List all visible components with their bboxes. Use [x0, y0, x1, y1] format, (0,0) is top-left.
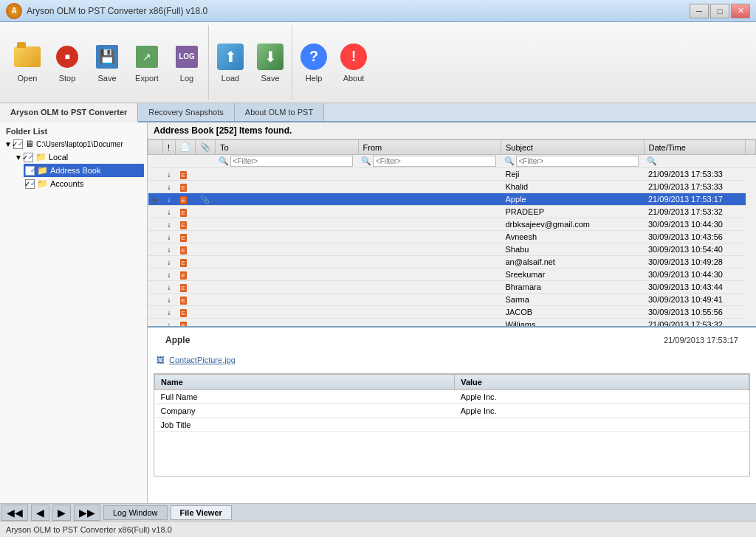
row-to: [216, 256, 359, 268]
row-attach: [196, 306, 216, 319]
table-row[interactable]: ▶ ↓ E 📎 Apple 21/09/2013 17:53:17: [148, 193, 756, 206]
folder-open-icon: [13, 43, 41, 71]
row-subject: Sreekumar: [501, 268, 645, 281]
open-button[interactable]: Open: [9, 31, 46, 94]
col-from[interactable]: From: [358, 140, 501, 155]
row-datetime: 30/09/2013 10:43:44: [644, 281, 746, 294]
nav-next-button[interactable]: ▶: [52, 505, 71, 521]
table-row[interactable]: ↓ E PRADEEP 21/09/2013 17:53:32: [148, 206, 756, 218]
save2-button[interactable]: ⬇ Save: [252, 31, 289, 94]
preview-sender: Apple: [157, 330, 199, 350]
table-row[interactable]: ↓ E Bhramara 30/09/2013 10:43:44: [148, 281, 756, 294]
col-subject[interactable]: Subject: [501, 140, 645, 155]
email-list-header: Address Book [252] Items found.: [148, 122, 756, 139]
table-row[interactable]: ↓ E Reji 21/09/2013 17:53:33: [148, 168, 756, 181]
preview-attachment-area: 🖼 ContactPicture.jpg: [148, 350, 756, 370]
tree-label-root: C:\Users\laptop1\Documer: [36, 140, 123, 148]
title-bar: A Aryson OLM to PST Converter x86(Full) …: [0, 0, 756, 22]
tree-checkbox-accounts[interactable]: ✓: [25, 179, 35, 189]
row-arrow: [148, 319, 163, 327]
col-flag[interactable]: !: [163, 140, 176, 155]
contact-row: Job Title: [155, 418, 749, 432]
table-row[interactable]: ↓ E Williams 21/09/2013 17:53:32: [148, 319, 756, 327]
save2-label: Save: [261, 74, 279, 83]
row-subject: Bhramara: [501, 281, 645, 294]
about-button[interactable]: ! About: [335, 31, 372, 94]
contact-row: Full Name Apple Inc.: [155, 390, 749, 404]
col-attach[interactable]: 📎: [196, 140, 216, 155]
row-attach: 📎: [196, 193, 216, 206]
nav-last-button[interactable]: ▶▶: [74, 505, 100, 521]
nav-first-button[interactable]: ◀◀: [1, 505, 28, 521]
filter-subject-input[interactable]: [516, 156, 639, 167]
tab-log-window[interactable]: Log Window: [103, 505, 168, 520]
window-title: Aryson OLM to PST Converter x86(Full) v1…: [27, 6, 690, 16]
app-logo: A: [6, 3, 22, 19]
contact-table-container[interactable]: Name Value Full Name Apple Inc. Company …: [154, 373, 750, 477]
attachment-filename[interactable]: ContactPicture.jpg: [169, 356, 236, 364]
tab-converter[interactable]: Aryson OLM to PST Converter: [0, 103, 138, 122]
preview-date: 21/09/2013 17:53:17: [655, 333, 747, 347]
status-bar: Aryson OLM to PST Converter x86(Full) v1…: [0, 521, 756, 537]
export-button[interactable]: ↗ Export: [128, 31, 165, 94]
tree-item-root[interactable]: ▼ ✓ 🖥 C:\Users\laptop1\Documer: [3, 137, 144, 150]
close-button[interactable]: ✕: [731, 4, 750, 18]
filter-from-input[interactable]: [373, 156, 496, 167]
row-from: [358, 294, 501, 306]
row-attach: [196, 231, 216, 243]
col-to[interactable]: To: [216, 140, 359, 155]
log-button[interactable]: LOG Log: [168, 31, 205, 94]
folder-list-header: Folder List: [3, 125, 144, 137]
contact-field-value: [455, 418, 749, 432]
log-icon: LOG: [173, 43, 201, 71]
table-row[interactable]: ↓ E Khalid 21/09/2013 17:53:33: [148, 181, 756, 193]
email-table-container[interactable]: ! 📄 📎 To From Subject Date/Time: [148, 139, 756, 326]
tab-about[interactable]: About OLM to PST: [235, 103, 324, 121]
table-row[interactable]: ↓ E Sreekumar 30/09/2013 10:44:30: [148, 268, 756, 281]
filter-subject-cell: 🔍: [501, 155, 645, 168]
row-attach: [196, 256, 216, 268]
tree-checkbox-local[interactable]: ✓: [24, 153, 33, 162]
tab-file-viewer[interactable]: File Viewer: [171, 505, 232, 520]
table-row[interactable]: ↓ E Avneesh 30/09/2013 10:43:56: [148, 231, 756, 243]
load-button[interactable]: ⬆ Load: [212, 31, 249, 94]
tree-checkbox-root[interactable]: ✓: [13, 139, 23, 149]
tree-item-local[interactable]: ▼ ✓ 📁 Local: [13, 150, 144, 164]
tree-checkbox-addressbook[interactable]: ✓: [25, 166, 35, 176]
table-row[interactable]: ↓ E an@alsaif.net 30/09/2013 10:49:28: [148, 256, 756, 268]
row-from: [358, 218, 501, 231]
col-datetime[interactable]: Date/Time: [644, 140, 746, 155]
nav-prev-button[interactable]: ◀: [31, 505, 49, 521]
tree-item-accounts[interactable]: ✓ 📁 Accounts: [24, 177, 144, 190]
filter-date-cell: 🔍: [644, 155, 746, 168]
row-subject: Sarma: [501, 294, 645, 306]
row-datetime: 21/09/2013 17:53:32: [644, 206, 746, 218]
contact-row: Company Apple Inc.: [155, 404, 749, 418]
drive-icon: 🖥: [25, 139, 34, 149]
filter-spacer: [148, 155, 163, 168]
table-row[interactable]: ↓ E Sarma 30/09/2013 10:49:41: [148, 294, 756, 306]
col-type[interactable]: 📄: [176, 140, 196, 155]
filter-to-input[interactable]: [230, 156, 354, 167]
table-row[interactable]: ↓ E drbksajeev@gmail.com 30/09/2013 10:4…: [148, 218, 756, 231]
row-type: E: [176, 306, 196, 319]
table-row[interactable]: ↓ E Shabu 30/09/2013 10:54:40: [148, 243, 756, 256]
tab-snapshots[interactable]: Recovery Snapshots: [138, 103, 235, 121]
minimize-button[interactable]: ─: [690, 4, 709, 18]
tree-item-addressbook[interactable]: ✓ 📁 Address Book: [24, 164, 144, 177]
row-attach: [196, 319, 216, 327]
help-button[interactable]: ? Help: [295, 31, 332, 94]
row-subject: drbksajeev@gmail.com: [501, 218, 645, 231]
stop-button[interactable]: Stop: [49, 31, 86, 94]
table-row[interactable]: ↓ E JACOB 30/09/2013 10:55:56: [148, 306, 756, 319]
row-attach: [196, 181, 216, 193]
filter-to-cell: 🔍: [216, 155, 359, 168]
row-flag: ↓: [163, 193, 176, 206]
maximize-button[interactable]: □: [710, 4, 729, 18]
row-type: E: [176, 168, 196, 181]
row-type: E: [176, 281, 196, 294]
row-subject: Reji: [501, 168, 645, 181]
row-subject: Khalid: [501, 181, 645, 193]
save-button[interactable]: 💾 Save: [89, 31, 126, 94]
row-datetime: 30/09/2013 10:55:56: [644, 306, 746, 319]
